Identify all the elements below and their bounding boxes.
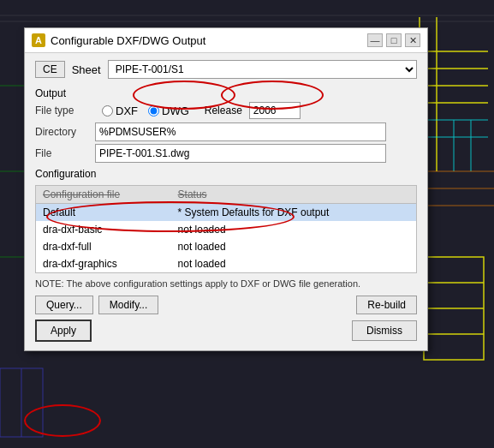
radio-group: DXF DWG	[102, 105, 189, 117]
file-row: File	[35, 144, 417, 163]
sheet-label: Sheet	[72, 63, 101, 76]
config-row[interactable]: dra-dxf-fullnot loaded	[36, 238, 416, 255]
dialog-title: Configurable DXF/DWG Output	[51, 34, 205, 47]
directory-input[interactable]	[95, 122, 386, 141]
dismiss-button[interactable]: Dismiss	[352, 320, 417, 341]
action-button-row: Query... Modify... Re-build	[35, 296, 417, 314]
config-row[interactable]: dra-dxf-basicnot loaded	[36, 221, 416, 238]
left-buttons: Query... Modify...	[35, 296, 158, 314]
config-col1-header: Configuration file	[36, 186, 171, 204]
dwg-radio-item[interactable]: DWG	[148, 105, 189, 117]
dwg-label: DWG	[162, 105, 189, 117]
file-type-label: File type	[35, 105, 95, 116]
configuration-section: Configuration file Status Default* Syste…	[35, 185, 417, 273]
titlebar-controls: — □ ✕	[367, 33, 420, 47]
query-button[interactable]: Query...	[35, 296, 93, 314]
directory-label: Directory	[35, 126, 95, 138]
apply-button[interactable]: Apply	[35, 320, 92, 342]
rebuild-button[interactable]: Re-build	[356, 296, 417, 314]
maximize-button[interactable]: □	[386, 33, 402, 47]
release-input[interactable]	[249, 102, 301, 119]
note-text: NOTE: The above configuration settings a…	[35, 278, 417, 289]
config-name: dra-dxf-graphics	[36, 255, 171, 272]
file-label: File	[35, 147, 95, 159]
dialog-body: CE Sheet PIPE-T-001/S1 Output File type …	[25, 53, 427, 350]
config-row[interactable]: dra-dxf-graphicsnot loaded	[36, 255, 416, 272]
close-button[interactable]: ✕	[405, 33, 420, 47]
output-label: Output	[35, 87, 417, 99]
config-col2-header: Status	[171, 186, 416, 204]
dialog-window: A Configurable DXF/DWG Output — □ ✕ CE S…	[24, 27, 428, 351]
config-status: not loaded	[171, 255, 416, 272]
release-label: Release	[205, 105, 242, 116]
title-left: A Configurable DXF/DWG Output	[32, 33, 205, 47]
config-status: not loaded	[171, 221, 416, 238]
config-name: dra-dxf-full	[36, 238, 171, 255]
config-row[interactable]: Default* System Defaults for DXF output	[36, 204, 416, 222]
ce-button[interactable]: CE	[35, 61, 65, 78]
dialog-titlebar: A Configurable DXF/DWG Output — □ ✕	[25, 28, 427, 53]
dwg-radio[interactable]	[148, 105, 159, 116]
modify-button[interactable]: Modify...	[98, 296, 158, 314]
dxf-radio[interactable]	[102, 105, 113, 116]
config-name: dra-dxf-basic	[36, 221, 171, 238]
configuration-label: Configuration	[35, 168, 417, 180]
config-table: Configuration file Status Default* Syste…	[36, 186, 416, 272]
minimize-button[interactable]: —	[367, 33, 383, 47]
bottom-row: Apply Dismiss	[35, 320, 417, 342]
sheet-dropdown[interactable]: PIPE-T-001/S1	[108, 60, 417, 79]
file-input[interactable]	[95, 144, 386, 163]
ce-sheet-row: CE Sheet PIPE-T-001/S1	[35, 60, 417, 79]
directory-row: Directory	[35, 122, 417, 141]
config-status: * System Defaults for DXF output	[171, 204, 416, 222]
file-type-row: File type DXF DWG Release	[35, 102, 417, 119]
app-icon: A	[32, 33, 45, 47]
dxf-radio-item[interactable]: DXF	[102, 105, 138, 117]
config-name: Default	[36, 204, 171, 222]
config-status: not loaded	[171, 238, 416, 255]
output-section: Output File type DXF DWG Release	[35, 87, 417, 163]
dxf-label: DXF	[116, 105, 138, 117]
